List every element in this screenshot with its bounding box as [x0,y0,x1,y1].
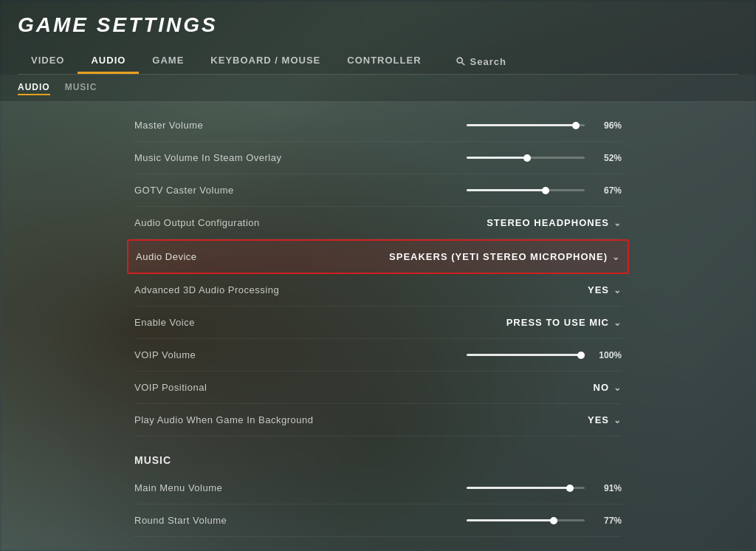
main-menu-volume-thumb [566,485,574,492]
setting-main-menu-volume: Main Menu Volume 91% [134,472,622,504]
music-section-header: Music [134,437,622,472]
setting-round-start-volume-label: Round Start Volume [134,515,227,526]
setting-main-menu-volume-control[interactable]: 91% [467,483,622,493]
main-menu-volume-track[interactable] [467,487,585,489]
setting-voip-positional: VOIP Positional NO ⌄ [134,372,622,404]
music-volume-steam-value: 52% [594,153,622,163]
setting-audio-output: Audio Output Configuration STEREO HEADPH… [134,207,622,239]
setting-gotv-caster-label: GOTV Caster Volume [134,185,234,196]
subtab-music[interactable]: Music [65,81,97,95]
setting-music-volume-steam-label: Music Volume In Steam Overlay [134,152,281,163]
setting-audio-output-label: Audio Output Configuration [134,217,260,228]
gotv-caster-track[interactable] [467,189,585,191]
main-menu-volume-value: 91% [594,483,622,493]
setting-master-volume: Master Volume 96% [134,109,622,142]
enable-voice-chevron: ⌄ [614,318,622,328]
setting-voip-volume: VOIP Volume 100% [134,339,622,372]
master-volume-value: 96% [594,120,622,131]
3d-audio-chevron: ⌄ [614,285,622,295]
voip-volume-thumb [577,352,585,359]
voip-volume-track[interactable] [467,354,585,356]
setting-audio-device: Audio Device SPEAKERS (YETI STEREO MICRO… [127,239,629,274]
master-volume-fill [467,124,576,126]
setting-voip-volume-label: VOIP Volume [134,349,196,360]
3d-audio-value: YES [588,284,609,295]
search-icon [456,56,466,66]
enable-voice-value: PRESS TO USE MIC [506,317,609,328]
setting-voip-positional-label: VOIP Positional [134,382,207,393]
round-start-volume-thumb [550,517,557,524]
voip-volume-value: 100% [594,350,622,360]
setting-main-menu-volume-label: Main Menu Volume [134,482,222,493]
music-volume-steam-thumb [523,154,531,162]
setting-enable-voice-label: Enable Voice [134,317,195,328]
setting-round-start-volume: Round Start Volume 77% [134,504,622,537]
music-volume-steam-track[interactable] [467,157,585,159]
tab-game[interactable]: Game [139,49,197,74]
audio-device-chevron: ⌄ [612,252,620,262]
voip-positional-chevron: ⌄ [614,383,622,393]
page-title: GAME SETTINGS [18,13,738,37]
audio-device-dropdown[interactable]: SPEAKERS (YETI STEREO MICROPHONE) ⌄ [389,251,620,262]
main-menu-volume-fill [467,487,570,489]
tab-audio[interactable]: Audio [78,49,139,74]
voip-positional-dropdown[interactable]: NO ⌄ [594,382,622,393]
gotv-caster-value: 67% [594,185,622,196]
app-content: GAME SETTINGS Video Audio Game Keyboard … [0,0,756,551]
master-volume-track[interactable] [467,124,585,126]
tab-video[interactable]: Video [18,49,78,74]
round-start-volume-fill [467,519,554,521]
setting-gotv-caster: GOTV Caster Volume 67% [134,174,622,207]
setting-play-audio-background: Play Audio When Game In Background YES ⌄ [134,404,622,437]
audio-output-chevron: ⌄ [614,218,622,228]
settings-list: Master Volume 96% Music Volume In Steam … [120,102,636,544]
setting-master-volume-label: Master Volume [134,120,203,131]
gotv-caster-fill [467,189,546,191]
play-audio-background-dropdown[interactable]: YES ⌄ [588,414,622,425]
audio-device-value: SPEAKERS (YETI STEREO MICROPHONE) [389,251,608,262]
setting-gotv-caster-control[interactable]: 67% [467,185,622,196]
voip-volume-fill [467,354,581,356]
svg-point-0 [457,58,462,63]
subtab-audio[interactable]: Audio [18,81,50,95]
setting-3d-audio: Advanced 3D Audio Processing YES ⌄ [134,274,622,307]
setting-play-audio-background-label: Play Audio When Game In Background [134,414,313,425]
sub-tabs: Audio Music [0,75,756,102]
setting-3d-audio-label: Advanced 3D Audio Processing [134,284,279,295]
music-volume-steam-fill [467,157,527,159]
voip-positional-value: NO [594,382,610,393]
svg-line-1 [461,63,464,66]
setting-music-volume-steam: Music Volume In Steam Overlay 52% [134,142,622,174]
tab-controller[interactable]: Controller [334,49,434,74]
audio-output-dropdown[interactable]: STEREO HEADPHONES ⌄ [487,217,622,228]
setting-master-volume-control[interactable]: 96% [467,120,622,131]
setting-audio-device-label: Audio Device [136,251,197,262]
gotv-caster-thumb [542,187,549,194]
header: GAME SETTINGS Video Audio Game Keyboard … [0,0,756,75]
setting-enable-voice: Enable Voice PRESS TO USE MIC ⌄ [134,307,622,339]
tab-keyboard-mouse[interactable]: Keyboard / Mouse [197,49,334,74]
search-button[interactable]: Search [442,50,520,73]
setting-music-volume-steam-control[interactable]: 52% [467,153,622,163]
search-label: Search [470,56,506,67]
3d-audio-dropdown[interactable]: YES ⌄ [588,284,622,295]
nav-tabs: Video Audio Game Keyboard / Mouse Contro… [18,49,738,75]
play-audio-background-value: YES [588,414,609,425]
setting-round-start-volume-control[interactable]: 77% [467,516,622,526]
round-start-volume-track[interactable] [467,519,585,521]
audio-output-value: STEREO HEADPHONES [487,217,609,228]
round-start-volume-value: 77% [594,516,622,526]
master-volume-thumb [572,122,580,129]
play-audio-background-chevron: ⌄ [614,415,622,425]
enable-voice-dropdown[interactable]: PRESS TO USE MIC ⌄ [506,317,622,328]
setting-voip-volume-control[interactable]: 100% [467,350,622,360]
settings-area: Master Volume 96% Music Volume In Steam … [0,102,756,551]
